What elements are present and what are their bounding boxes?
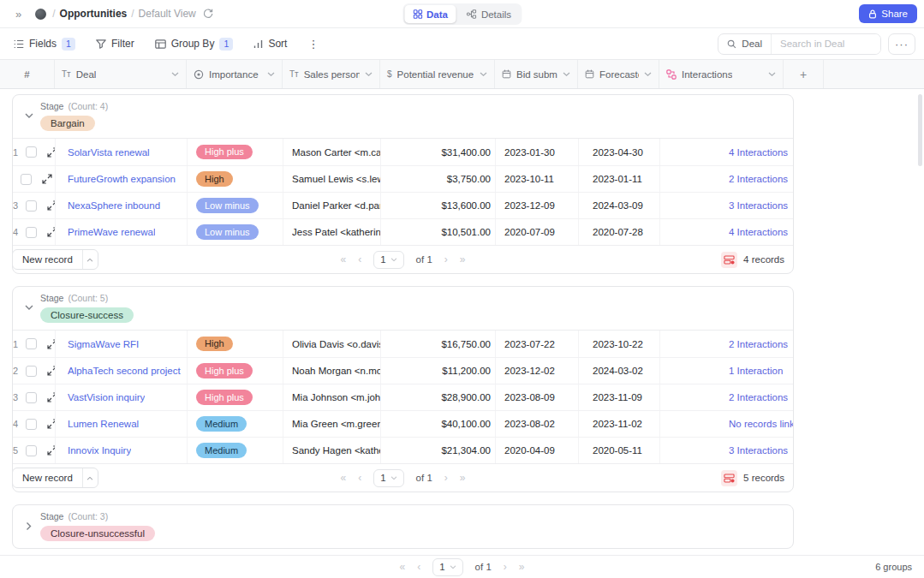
row-checkbox[interactable] <box>26 146 37 158</box>
row-number-cell[interactable]: 4 <box>13 219 56 245</box>
expand-record-icon[interactable] <box>47 200 56 211</box>
deal-cell[interactable]: SigmaWave RFI <box>56 331 188 357</box>
interactions-cell[interactable]: 4 Interactions <box>660 139 793 165</box>
refresh-icon[interactable] <box>203 9 213 19</box>
chevron-down-icon[interactable] <box>768 72 776 77</box>
group-header[interactable]: Stage(Count: 3) Closure-unsuccessful <box>13 505 793 548</box>
chevron-down-icon[interactable] <box>480 72 487 77</box>
expand-sidebar-button[interactable]: » <box>10 8 27 21</box>
deal-link[interactable]: Lumen Renewal <box>68 419 139 429</box>
potential-revenue-cell[interactable]: $3,750.00 <box>381 166 496 192</box>
column-header-sales-person[interactable]: Tт Sales person <box>283 60 380 88</box>
new-record-expand-button[interactable] <box>82 468 98 487</box>
column-header-importance[interactable]: Importance <box>187 60 283 88</box>
page-select[interactable]: 1 <box>432 558 462 576</box>
deal-cell[interactable]: FutureGrowth expansion <box>56 166 188 192</box>
sales-person-cell[interactable]: Samuel Lewis <s.lewis... <box>283 166 381 192</box>
interactions-link[interactable]: 3 Interactions <box>729 200 788 211</box>
add-field-button[interactable]: + <box>784 60 824 88</box>
importance-cell[interactable]: Medium <box>188 438 283 463</box>
deal-link[interactable]: SolarVista renewal <box>68 147 150 158</box>
forecasted-cell[interactable]: 2023-01-11 <box>579 166 660 192</box>
sales-person-cell[interactable]: Noah Morgan <n.morg... <box>283 358 381 384</box>
last-page-icon[interactable]: » <box>519 561 525 573</box>
table-row[interactable]: 1 SigmaWave RFI High Olivia Davis <o.dav… <box>13 331 793 357</box>
bid-submission-cell[interactable]: 2023-10-11 <box>496 166 579 192</box>
last-page-icon[interactable]: » <box>460 253 466 265</box>
potential-revenue-cell[interactable]: $16,750.00 <box>381 331 496 357</box>
group-by-button[interactable]: Group By 1 <box>155 38 234 51</box>
tab-details[interactable]: Details <box>458 5 520 23</box>
tab-data[interactable]: Data <box>404 5 456 23</box>
search-field-selector[interactable]: Deal <box>718 34 771 54</box>
first-page-icon[interactable]: « <box>341 253 347 265</box>
deal-link[interactable]: Innovix Inquiry <box>68 445 131 456</box>
vertical-scrollbar[interactable] <box>918 94 922 166</box>
share-button[interactable]: Share <box>859 4 917 23</box>
interactions-link[interactable]: 4 Interactions <box>729 147 788 158</box>
interactions-link[interactable]: 3 Interactions <box>729 445 788 456</box>
row-checkbox[interactable] <box>26 392 37 403</box>
table-row[interactable]: 3 NexaSphere inbound Low minus Daniel Pa… <box>13 192 793 218</box>
breadcrumb-table[interactable]: Opportunities <box>60 8 128 20</box>
new-record-expand-button[interactable] <box>82 250 98 269</box>
expand-record-icon[interactable] <box>47 339 56 349</box>
new-record-button[interactable]: New record <box>12 468 98 488</box>
interactions-cell[interactable]: 2 Interactions <box>660 384 793 410</box>
prev-page-icon[interactable]: ‹ <box>417 561 420 573</box>
sales-person-cell[interactable]: Mason Carter <m.cart... <box>283 139 381 165</box>
chevron-down-icon[interactable] <box>644 72 652 77</box>
deal-cell[interactable]: VastVision inquiry <box>56 384 188 410</box>
bid-submission-cell[interactable]: 2023-12-02 <box>496 358 579 384</box>
table-row[interactable]: 5 Innovix Inquiry Medium Sandy Hagen <ka… <box>13 437 793 463</box>
filter-button[interactable]: Filter <box>96 38 134 50</box>
table-row[interactable]: 2 AlphaTech second project High plus Noa… <box>13 357 793 384</box>
bid-submission-cell[interactable]: 2023-12-09 <box>496 193 579 218</box>
sales-person-cell[interactable]: Mia Green <m.green@... <box>283 411 381 437</box>
search-input[interactable] <box>771 34 880 54</box>
row-number-cell[interactable]: 4 <box>13 411 56 437</box>
table-row[interactable]: 4 PrimeWave renewal Low minus Jess Patel… <box>13 218 793 245</box>
potential-revenue-cell[interactable]: $13,600.00 <box>381 193 496 218</box>
interactions-cell[interactable]: 3 Interactions <box>660 438 793 463</box>
expand-record-icon[interactable] <box>42 174 52 184</box>
potential-revenue-cell[interactable]: $40,100.00 <box>381 411 496 437</box>
row-checkbox[interactable] <box>26 200 37 212</box>
forecasted-cell[interactable]: 2023-10-22 <box>579 331 660 357</box>
fields-button[interactable]: Fields 1 <box>14 38 75 51</box>
bid-submission-cell[interactable]: 2023-01-30 <box>496 139 579 165</box>
row-checkbox[interactable] <box>26 338 37 349</box>
deal-cell[interactable]: PrimeWave renewal <box>56 219 188 245</box>
forecasted-cell[interactable]: 2020-07-28 <box>579 219 660 245</box>
column-header-bid-submission[interactable]: Bid submissi... <box>495 60 578 88</box>
importance-cell[interactable]: High <box>188 331 283 357</box>
forecasted-cell[interactable]: 2023-11-09 <box>579 384 660 410</box>
expand-record-icon[interactable] <box>47 392 56 402</box>
interactions-link[interactable]: 4 Interactions <box>729 227 788 237</box>
bid-submission-cell[interactable]: 2023-07-22 <box>496 331 579 357</box>
first-page-icon[interactable]: « <box>341 472 347 484</box>
interactions-link[interactable]: 2 Interactions <box>729 174 788 184</box>
interactions-link[interactable]: 2 Interactions <box>729 392 788 402</box>
toolbar-kebab-button[interactable]: ⋮ <box>307 38 319 51</box>
forecasted-cell[interactable]: 2024-03-02 <box>579 358 660 384</box>
importance-cell[interactable]: High plus <box>188 384 283 410</box>
interactions-cell[interactable]: 4 Interactions <box>660 219 793 245</box>
table-row[interactable]: 3 VastVision inquiry High plus Mia Johns… <box>13 384 793 410</box>
sales-person-cell[interactable]: Sandy Hagen <katheri... <box>283 438 381 463</box>
row-checkbox[interactable] <box>21 174 32 185</box>
interactions-cell[interactable]: 1 Interaction <box>660 358 793 384</box>
deal-cell[interactable]: NexaSphere inbound <box>56 193 188 218</box>
page-select[interactable]: 1 <box>373 251 403 269</box>
interactions-link[interactable]: No records linked <box>729 419 793 429</box>
row-number-cell[interactable]: 1 <box>13 331 56 357</box>
importance-cell[interactable]: Low minus <box>188 219 283 245</box>
sales-person-cell[interactable]: Daniel Parker <d.parke... <box>283 193 381 218</box>
last-page-icon[interactable]: » <box>460 472 466 484</box>
interactions-link[interactable]: 2 Interactions <box>729 339 788 349</box>
interactions-cell[interactable]: 2 Interactions <box>660 166 793 192</box>
row-number-cell[interactable]: 2 <box>13 166 56 192</box>
toolbar-more-button[interactable]: ··· <box>888 33 915 55</box>
sort-button[interactable]: Sort <box>253 38 287 50</box>
row-checkbox[interactable] <box>26 227 37 238</box>
